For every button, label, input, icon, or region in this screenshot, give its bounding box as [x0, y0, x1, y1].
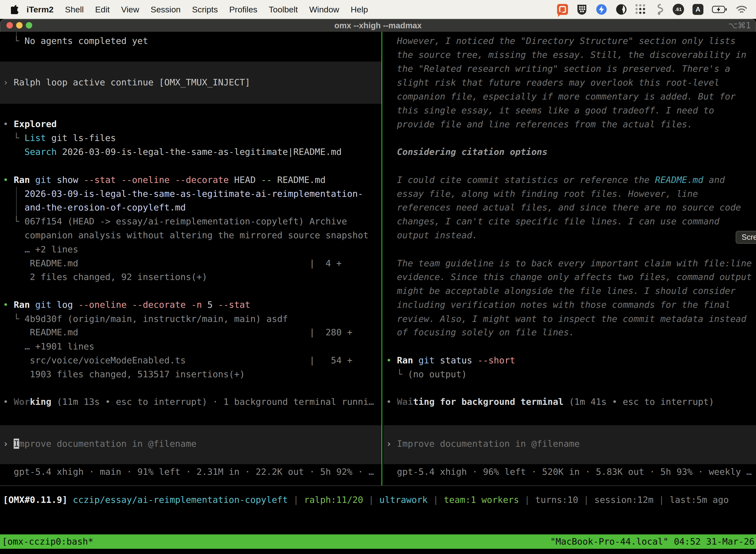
apple-menu-icon[interactable] — [11, 5, 19, 14]
battery-icon[interactable] — [712, 5, 727, 13]
gauge-badge-icon[interactable]: .61 — [673, 4, 684, 15]
menu-edit[interactable]: Edit — [89, 5, 116, 14]
menu-bar: iTerm2ShellEditViewSessionScriptsProfile… — [0, 0, 756, 19]
omx-status-bar: [OMX#0.11.9] cczip/essay/ai-reimplementa… — [0, 32, 756, 554]
screen-overlay-label: Scre — [742, 233, 756, 242]
window-title-bar: omx --xhigh --madmax ⌥⌘1 — [0, 19, 756, 32]
tmux-host-clock-label: "MacBook-Pro-44.local" 04:52 31-Mar-26 — [550, 535, 756, 549]
pie-circle-icon[interactable] — [616, 4, 627, 15]
chat-icon[interactable] — [557, 4, 568, 15]
window-title: omx --xhigh --madmax — [0, 19, 756, 32]
iterm2-window: omx --xhigh --madmax ⌥⌘1 └ No agents com… — [0, 19, 756, 554]
menu-items: iTerm2ShellEditViewSessionScriptsProfile… — [21, 5, 374, 14]
bolt-badge-icon[interactable] — [596, 4, 607, 15]
menu-iterm2[interactable]: iTerm2 — [21, 5, 59, 14]
menu-window[interactable]: Window — [304, 5, 345, 14]
wifi-icon[interactable] — [736, 5, 748, 14]
menu-profiles[interactable]: Profiles — [224, 5, 263, 14]
tmux-session-label: [omx-cczip0:bash* — [0, 535, 93, 549]
menu-view[interactable]: View — [115, 5, 145, 14]
omx-status-bar-line: [OMX#0.11.9] cczip/essay/ai-reimplementa… — [3, 493, 729, 507]
terminal-area: └ No agents completed yet› Ralph loop ac… — [0, 32, 756, 554]
input-source-icon[interactable]: A — [693, 4, 703, 15]
menu-session[interactable]: Session — [145, 5, 186, 14]
shield-grid-icon[interactable] — [576, 4, 587, 15]
screen-overlay-button[interactable]: Scre — [736, 231, 756, 244]
menu-help[interactable]: Help — [345, 5, 374, 14]
squiggle-icon[interactable] — [654, 3, 664, 15]
menu-status-icons: .61 A — [557, 3, 756, 15]
tmux-status-bar: [omx-cczip0:bash* "MacBook-Pro-44.local"… — [0, 535, 756, 549]
menu-toolbelt[interactable]: Toolbelt — [263, 5, 304, 14]
menu-scripts[interactable]: Scripts — [186, 5, 224, 14]
dots-grid-icon[interactable] — [635, 4, 646, 15]
menu-shell[interactable]: Shell — [59, 5, 89, 14]
window-shortcut-badge: ⌥⌘1 — [728, 19, 751, 32]
